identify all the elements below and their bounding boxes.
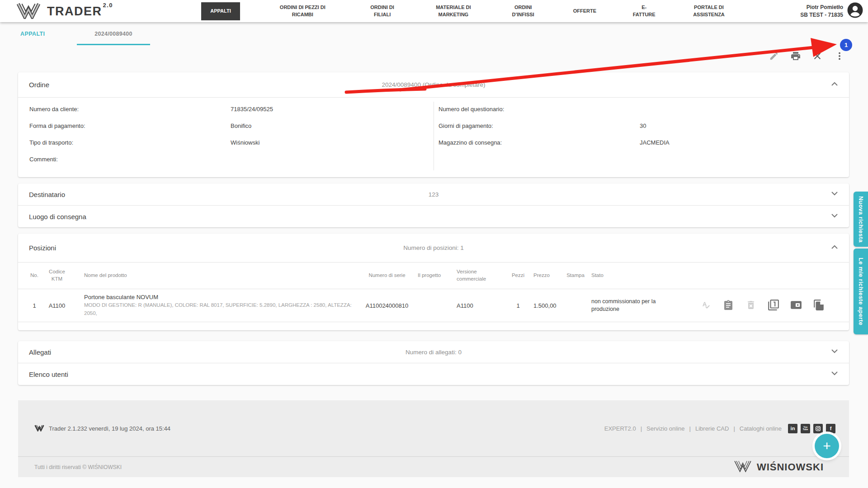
spellcheck-button[interactable] xyxy=(700,300,712,311)
brand-title: TRADER2.0 xyxy=(47,5,112,19)
close-button[interactable] xyxy=(811,50,824,63)
luogo-consegna-section-header[interactable]: Luogo di consegna xyxy=(18,206,849,227)
trash-delete-icon xyxy=(745,300,756,312)
chevron-down-icon[interactable] xyxy=(829,188,840,201)
card-view-button[interactable] xyxy=(790,300,802,311)
col-header-stato: Stato xyxy=(591,263,672,289)
allegati-title: Allegati xyxy=(29,348,51,356)
breadcrumb-appalti[interactable]: APPALTI xyxy=(20,22,45,45)
brand-logo[interactable]: TRADER2.0 xyxy=(16,2,112,21)
chevron-up-icon[interactable] xyxy=(829,79,840,91)
social-links: in YouTube f xyxy=(788,424,835,433)
order-section-header[interactable]: Ordine 2024/0089400 (Ordine da completar… xyxy=(18,72,849,97)
app-version-line: Trader 2.1.232 venerdì, 19 lug 2024, ora… xyxy=(49,425,170,432)
print-button[interactable] xyxy=(789,50,802,63)
row-actions xyxy=(700,289,825,322)
tab-order-2024-0089400[interactable]: 2024/0089400 xyxy=(77,22,150,45)
wisniowski-w-outline-icon xyxy=(733,460,752,474)
destinatario-section-header[interactable]: Destinatario 123 xyxy=(18,183,849,205)
nav-item-appalti[interactable]: APPALTI xyxy=(201,2,240,20)
col-header-numero-serie: Numero di serie xyxy=(355,263,419,289)
chevron-up-icon[interactable] xyxy=(829,242,840,254)
tab-active-underline xyxy=(77,44,150,45)
chevron-down-icon[interactable] xyxy=(829,346,840,358)
edit-button[interactable] xyxy=(767,50,781,63)
position-row: 1 A1100 Portone basculante NOVUM MODO DI… xyxy=(18,289,849,322)
field-numero-da-cliente: Numero da cliente: 71835/24/09525 xyxy=(18,101,434,117)
copy-document-button[interactable] xyxy=(813,300,825,311)
product-name: Portone basculante NOVUM xyxy=(84,294,355,300)
col-header-pezzi: Pezzi xyxy=(506,263,530,289)
field-forma-di-pagamento: Forma di pagamento: Bonifico xyxy=(18,117,434,134)
col-header-versione-commerciale: Versione commerciale xyxy=(457,263,505,289)
nav-item-materiale-marketing[interactable]: MATERIALE DI MARKETING xyxy=(432,4,475,19)
wisniowski-wordmark: WIŚNIOWSKI xyxy=(757,461,824,473)
posizioni-summary: Numero di posizioni: 1 xyxy=(18,244,849,251)
nav-item-portale-assistenza[interactable]: PORTALE DI ASSISTENZA xyxy=(690,4,728,19)
footer-links: EXPERT2.0 | Servizio online | Librerie C… xyxy=(604,425,782,432)
close-icon xyxy=(812,51,822,62)
field-magazzino-di-consegna: Magazzino di consegna: JACMEDIA xyxy=(434,134,849,151)
destinatario-title: Destinatario xyxy=(29,191,65,198)
order-section-title: Ordine xyxy=(29,81,49,89)
chevron-down-icon[interactable] xyxy=(829,368,840,380)
nav-item-e-fatture[interactable]: E-FATTURE xyxy=(631,4,658,19)
link-expert[interactable]: EXPERT2.0 xyxy=(604,425,636,432)
posizioni-section-header[interactable]: Posizioni Numero di posizioni: 1 xyxy=(18,234,849,262)
cell-nome-prodotto: Portone basculante NOVUM MODO DI GESTION… xyxy=(84,289,355,322)
col-header-codice-ktm: Codice KTM xyxy=(43,263,71,289)
fab-add-button[interactable]: + xyxy=(815,434,839,458)
tab-bar: APPALTI 2024/0089400 xyxy=(0,22,868,45)
field-giorni-di-pagamento: Giorni di pagamento: 30 xyxy=(434,117,849,134)
user-menu[interactable]: Piotr Pomietło SB TEST - 71835 xyxy=(800,0,863,22)
wisniowski-w-icon xyxy=(16,2,41,21)
notification-badge[interactable]: 1 xyxy=(840,39,852,51)
link-librerie-cad[interactable]: Librerie CAD xyxy=(695,425,729,432)
cell-no: 1 xyxy=(26,289,42,322)
cell-stato: non commissionato per la produzione xyxy=(591,289,672,322)
instagram-icon[interactable] xyxy=(813,424,823,433)
user-name: Piotr Pomietło xyxy=(800,4,843,11)
nav-item-ordini-filiali[interactable]: ORDINI DI FILIALI xyxy=(365,4,400,19)
facebook-icon[interactable]: f xyxy=(826,424,835,433)
chevron-down-icon[interactable] xyxy=(829,210,840,223)
duplicate-one-button[interactable] xyxy=(768,300,779,311)
printer-icon xyxy=(790,51,801,63)
positions-card: Posizioni Numero di posizioni: 1 No. Cod… xyxy=(18,234,849,330)
allegati-section-header[interactable]: Allegati Numero di allegati: 0 xyxy=(18,341,849,363)
more-vert-icon xyxy=(835,51,844,62)
col-header-progetto: Il progetto xyxy=(418,263,442,289)
more-options-button[interactable] xyxy=(833,50,846,63)
main-nav: APPALTI ORDINI DI PEZZI DI RICAMBI ORDIN… xyxy=(201,0,728,22)
avatar-icon[interactable] xyxy=(847,2,863,20)
linkedin-icon[interactable]: in xyxy=(788,424,797,433)
recipient-card: Destinatario 123 Luogo di consegna xyxy=(18,183,849,227)
nav-item-ordini-pezzi-ricambi[interactable]: ORDINI DI PEZZI DI RICAMBI xyxy=(272,4,333,19)
nav-item-ordini-infissi[interactable]: ORDINI D'INFISSI xyxy=(507,4,539,19)
copyright-text: Tutti i diritti riservati © WIŚNIOWSKI xyxy=(34,464,122,470)
cell-prezzo: 1.500,00 xyxy=(532,289,572,322)
link-servizio-online[interactable]: Servizio online xyxy=(646,425,685,432)
cell-pezzi: 1 xyxy=(506,289,530,322)
card-icon xyxy=(790,299,802,312)
youtube-icon[interactable]: YouTube xyxy=(801,424,810,433)
elenco-utenti-title: Elenco utenti xyxy=(29,371,68,378)
side-tab-nuova-richiesta[interactable]: Nuova richiesta xyxy=(854,192,868,247)
field-numero-questionario: Numero del questionario: xyxy=(434,101,849,117)
copy-one-icon xyxy=(768,299,779,312)
luogo-consegna-title: Luogo di consegna xyxy=(29,213,86,221)
col-header-no: No. xyxy=(26,263,42,289)
delete-button[interactable] xyxy=(745,300,757,311)
user-org: SB TEST - 71835 xyxy=(800,11,843,19)
elenco-utenti-section-header[interactable]: Elenco utenti xyxy=(18,363,849,385)
link-cataloghi-online[interactable]: Cataloghi online xyxy=(740,425,782,432)
col-header-nome-prodotto: Nome del prodotto xyxy=(84,263,355,289)
side-tab-le-mie-richieste[interactable]: Le mie richieste aperte xyxy=(854,249,868,334)
order-status-line: 2024/0089400 (Ordine da completare) xyxy=(18,81,849,88)
field-tipo-di-trasporto: Tipo di trasporto: Wiśniowski xyxy=(18,134,434,151)
cell-numero-serie: A110024000810 xyxy=(355,289,419,322)
destinatario-summary: 123 xyxy=(18,191,849,198)
nav-item-offerte[interactable]: OFFERTE xyxy=(571,8,598,15)
order-card: Ordine 2024/0089400 (Ordine da completar… xyxy=(18,72,849,177)
clipboard-button[interactable] xyxy=(722,300,734,311)
